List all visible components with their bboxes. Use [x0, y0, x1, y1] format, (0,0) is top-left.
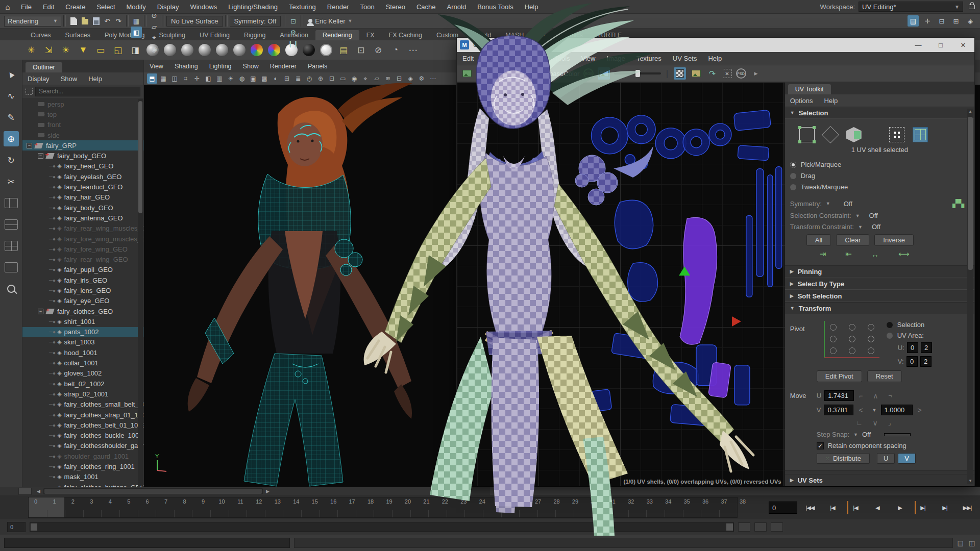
uv-area-v1-field[interactable]: 2	[920, 356, 932, 367]
uv-menu-help[interactable]: Help	[702, 55, 727, 62]
uv-snapshot-icon[interactable]	[690, 67, 702, 80]
texture-image-icon[interactable]	[461, 67, 473, 80]
menu-create[interactable]: Create	[60, 3, 91, 11]
menu-windows[interactable]: Windows	[184, 3, 223, 11]
select-uv-icon[interactable]	[889, 127, 904, 142]
character-set-tile[interactable]	[738, 522, 750, 532]
outliner-menu-show[interactable]: Show	[56, 75, 83, 83]
render-settings-icon[interactable]: ⚙	[287, 27, 299, 38]
outliner-item-front[interactable]: front	[22, 120, 143, 130]
new-scene-icon[interactable]	[68, 15, 79, 27]
menu-modify[interactable]: Modify	[121, 3, 152, 11]
outliner-item-fairy-clothesshoulder-gaurd-[interactable]: ─●◈fairy_clothesshoulder_gaurd_	[22, 441, 143, 451]
uv-menu-view[interactable]: View	[576, 55, 601, 62]
outliner-item-fairy-rear-wing-geo[interactable]: ─●◈fairy_rear_wing_GEO	[22, 254, 143, 264]
pause-icon[interactable]: ❙❙	[287, 38, 299, 49]
menu-render[interactable]: Render	[322, 3, 355, 11]
reset-pivot-button[interactable]: Reset	[867, 370, 902, 382]
uv-editor-titlebar[interactable]: M UV Editor — □ ✕	[457, 38, 974, 52]
save-scene-icon[interactable]	[90, 15, 102, 27]
outliner-item-shirt-1001[interactable]: ─●◈shirt_1001	[22, 316, 143, 327]
uv-area-u0-field[interactable]: 0	[907, 342, 918, 353]
image-dim-slider[interactable]	[614, 72, 661, 74]
area-light-icon[interactable]: ▭	[93, 42, 108, 58]
section-selection[interactable]: ▼Selection	[785, 107, 974, 119]
uv-menu-textures[interactable]: Textures	[631, 55, 667, 62]
phonge-icon[interactable]	[214, 42, 230, 58]
outliner-item-belt-02-1002[interactable]: ─●◈belt_02_1002	[22, 379, 143, 389]
ramp-shader-icon[interactable]	[266, 42, 282, 58]
outliner-item-fairy-fore-wing-geo[interactable]: ─●◈fairy_fore_wing_GEO	[22, 244, 143, 254]
select-object-icon[interactable]: ▦	[131, 15, 142, 27]
menu-set-dropdown[interactable]: Rendering ▼	[4, 16, 61, 27]
viewport-tool-15-icon[interactable]: ◴	[304, 73, 314, 84]
mode-radio-tweak-marquee[interactable]	[790, 184, 796, 190]
move-tool-icon[interactable]: ⊕	[4, 131, 19, 146]
spot-light-icon[interactable]: ▼	[76, 42, 91, 58]
outliner-item-fairy-eyelash-geo[interactable]: ─●◈fairy_eyelash_GEO	[22, 171, 143, 182]
uv-toolkit-menu-help[interactable]: Help	[819, 97, 843, 105]
menu-select[interactable]: Select	[91, 3, 120, 11]
menu-texturing[interactable]: Texturing	[283, 3, 322, 11]
step-snap-value[interactable]: Off	[862, 431, 871, 438]
viewport-tool-2-icon[interactable]: ▦	[158, 73, 168, 84]
workspace-lock-icon[interactable]	[969, 5, 975, 9]
volume-light-icon[interactable]: ◱	[110, 42, 126, 58]
play-forward-button[interactable]: ▶	[892, 501, 908, 514]
align-uv-4-icon[interactable]: ⟷	[898, 249, 910, 259]
play-backward-button[interactable]: ◀	[870, 501, 885, 514]
uv-toolkit-scrollbar[interactable]: ▲▼	[967, 109, 973, 484]
uv-menu-edit[interactable]: Edit	[457, 55, 479, 62]
outliner-item-fairy-grp[interactable]: −fairy_GRP	[22, 140, 143, 151]
layout-preset-1-icon[interactable]	[4, 195, 19, 211]
chevron-down-icon[interactable]: ▼	[826, 201, 830, 206]
symmetry-field[interactable]: Symmetry: Off	[230, 16, 281, 27]
distribute-u-button[interactable]: U	[877, 453, 895, 464]
command-input[interactable]	[4, 538, 290, 548]
menu-bonus-tools[interactable]: Bonus Tools	[472, 3, 519, 11]
uv-toolkit-menu-options[interactable]: Options	[785, 97, 818, 105]
outliner-item-skirt-1003[interactable]: ─●◈skirt_1003	[22, 337, 143, 347]
move-v-field[interactable]: 0.3781	[824, 405, 853, 415]
shelf-tab-rigging[interactable]: Rigging	[237, 30, 273, 40]
render-region-icon[interactable]: ⊡	[287, 15, 299, 27]
redo-icon[interactable]: ↷	[113, 15, 124, 27]
viewport-tool-22-icon[interactable]: ≋	[383, 73, 393, 84]
move-step-field[interactable]: 1.0000	[881, 405, 913, 415]
step-back-key-button[interactable]: |◀	[825, 501, 840, 514]
outliner-item-mask-1001[interactable]: ─●◈mask_1001	[22, 472, 143, 482]
current-frame-field[interactable]: 0	[769, 502, 797, 514]
isolate-select-icon[interactable]: ↷	[706, 67, 719, 80]
outliner-item-top[interactable]: top	[22, 109, 143, 119]
inverse-button[interactable]: Inverse	[874, 234, 914, 246]
outliner-item-fairy-tearduct-geo[interactable]: ─●◈fairy_tearduct_GEO	[22, 182, 143, 192]
viewport-tool-5-icon[interactable]: ✛	[192, 73, 202, 84]
ambient-light-icon[interactable]: ✳	[23, 42, 39, 58]
uv-toolkit-tab[interactable]: UV Toolkit	[788, 84, 831, 94]
home-icon[interactable]: ⌂	[0, 3, 15, 11]
move-u-field[interactable]: 1.7431	[824, 390, 854, 401]
viewport-menu-panels[interactable]: Panels	[302, 63, 333, 70]
lambert-icon[interactable]	[162, 42, 178, 58]
live-surface-field[interactable]: No Live Surface	[166, 16, 223, 27]
shelf-tab-fx[interactable]: FX	[359, 30, 382, 40]
select-face-icon[interactable]	[846, 127, 862, 142]
uv-menu-polygons[interactable]: Polygons	[479, 55, 518, 62]
step-back-frame-button[interactable]: |◀	[847, 501, 863, 514]
shelf-tab-rendering[interactable]: Rendering	[315, 30, 359, 40]
blinn-icon[interactable]	[180, 42, 195, 58]
pivot-position-grid[interactable]	[824, 321, 879, 358]
viewport-tool-7-icon[interactable]: ▥	[214, 73, 225, 84]
anisotropic-icon[interactable]	[232, 42, 247, 58]
viewport-menu-renderer[interactable]: Renderer	[264, 63, 302, 70]
section-soft-selection[interactable]: ▶Soft Selection	[785, 290, 974, 302]
layout-preset-3-icon[interactable]	[4, 238, 19, 254]
menu-stereo[interactable]: Stereo	[380, 3, 411, 11]
section-pinning[interactable]: ▶Pinning	[785, 265, 974, 278]
outliner-item-shoulder-gaurd-1001[interactable]: ─●◈shoulder_gaurd_1001	[22, 451, 143, 461]
chevron-down-icon[interactable]: ▼	[496, 71, 500, 76]
move-right-button[interactable]: >	[913, 406, 927, 414]
tool-settings-icon[interactable]: ⊞	[950, 15, 962, 27]
select-component-icon[interactable]: ◧	[131, 27, 142, 38]
outliner-menu-help[interactable]: Help	[83, 75, 107, 83]
